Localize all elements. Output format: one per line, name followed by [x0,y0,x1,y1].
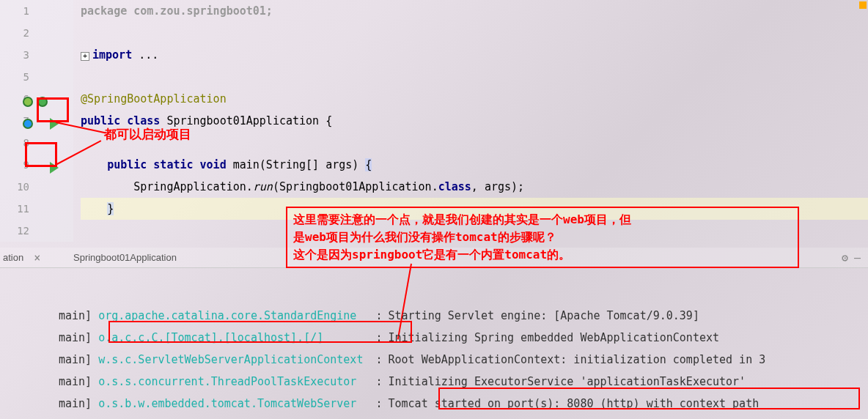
console-line: main] o.s.s.concurrent.ThreadPoolTaskExe… [59,371,868,393]
run-gutter-icon[interactable] [47,115,59,127]
code-line [81,132,868,154]
annotation-callout: 这里需要注意的一个点，就是我们创建的其实是一个web项目，但 是web项目为什么… [286,207,799,268]
line-number: 8 [0,132,73,154]
minimize-icon[interactable]: — [854,251,861,264]
code-line: public static void main(String[] args) { [81,154,868,176]
console-line: main] org.apache.catalina.core.StandardE… [59,305,868,327]
line-number: 10 [0,176,73,198]
line-number: 12 [0,220,73,242]
spring-icon [36,92,48,104]
console-output[interactable]: main] org.apache.catalina.core.StandardE… [0,268,868,415]
gear-icon[interactable]: ⚙ [842,251,848,264]
code-line: package com.zou.springboot01; [81,0,868,22]
line-number: 1 [0,0,73,22]
line-number: 11 [0,198,73,220]
check-icon [21,92,33,104]
console-line: main] o.a.c.c.C.[Tomcat].[localhost].[/]… [59,327,868,349]
annotation-text: 都可以启动项目 [104,126,191,143]
line-number: 5 [0,66,73,88]
code-editor[interactable]: 1 2 3 5 6 7 8 9 10 11 12 package com.zou… [0,0,868,242]
gutter: 1 2 3 5 6 7 8 9 10 11 12 [0,0,73,242]
line-number: 6 [0,88,73,110]
run-config-title[interactable]: Springboot01Application [73,252,177,263]
tab-label-partial: ation [0,252,23,263]
code-line: @SpringBootApplication [81,88,868,110]
class-icon [21,114,33,126]
console-line: main] o.s.b.w.embedded.tomcat.TomcatWebS… [59,393,868,415]
expand-icon[interactable]: + [81,52,89,61]
line-number: 7 [0,110,73,132]
code-line: SpringApplication.run(Springboot01Applic… [81,176,868,198]
line-number: 9 [0,154,73,176]
code-line [81,66,868,88]
line-number: 3 [0,44,73,66]
code-line: +import ... [81,44,868,66]
code-line [81,22,868,44]
console-line: main] w.s.c.ServletWebServerApplicationC… [59,349,868,371]
scroll-marker[interactable] [859,1,867,9]
line-number: 2 [0,22,73,44]
code-content[interactable]: package com.zou.springboot01; +import ..… [73,0,868,242]
close-icon[interactable]: × [26,251,40,264]
code-line: public class Springboot01Application { [81,110,868,132]
